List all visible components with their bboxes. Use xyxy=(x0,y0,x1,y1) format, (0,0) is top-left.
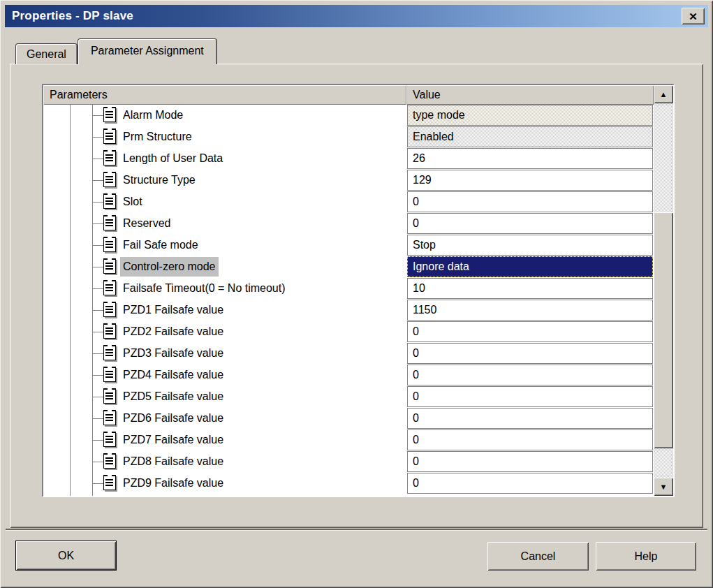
parameter-name[interactable]: PZD7 Failsafe value xyxy=(120,430,226,450)
table-row: PZD4 Failsafe value 0 xyxy=(43,365,654,386)
parameter-icon xyxy=(103,367,116,382)
parameter-icon xyxy=(103,107,116,122)
parameter-value[interactable]: 1150 xyxy=(407,300,653,321)
parameter-cell: PZD7 Failsafe value xyxy=(43,429,406,451)
table-row: PZD2 Failsafe value 0 xyxy=(43,321,654,343)
parameter-value[interactable]: 0 xyxy=(407,365,653,385)
parameter-name[interactable]: Control-zero mode xyxy=(120,257,219,277)
tree-tick xyxy=(92,180,103,181)
tree-tick xyxy=(92,375,103,376)
table-row: Reserved 0 xyxy=(43,213,654,235)
tabstrip: General Parameter Assignment xyxy=(15,38,217,64)
titlebar: Properties - DP slave ✕ xyxy=(5,5,708,27)
parameter-cell: PZD8 Failsafe value xyxy=(43,451,406,473)
parameter-name[interactable]: Failsafe Timeout(0 = No timeout) xyxy=(120,279,288,298)
parameter-value[interactable]: 10 xyxy=(407,278,653,299)
table-row: PZD9 Failsafe value 0 xyxy=(43,473,654,494)
parameter-cell: Control-zero mode xyxy=(43,256,406,278)
parameter-name[interactable]: Length of User Data xyxy=(120,149,226,168)
parameter-name[interactable]: Alarm Mode xyxy=(120,105,186,125)
parameter-name[interactable]: Structure Type xyxy=(120,170,198,190)
scrollbar-thumb[interactable] xyxy=(654,212,673,448)
parameter-name[interactable]: PZD6 Failsafe value xyxy=(120,409,226,428)
parameter-icon xyxy=(103,258,116,274)
parameter-value[interactable]: 0 xyxy=(407,213,653,234)
parameter-icon xyxy=(103,475,116,490)
table-row: Alarm Mode type mode xyxy=(43,105,654,126)
properties-dialog: Properties - DP slave ✕ General Paramete… xyxy=(0,0,713,588)
parameter-cell: Failsafe Timeout(0 = No timeout) xyxy=(43,278,406,300)
parameter-cell: Structure Type xyxy=(43,170,406,191)
parameter-value[interactable]: type mode xyxy=(407,105,653,126)
tree-tick xyxy=(92,137,103,138)
tree-tick xyxy=(92,115,103,116)
parameter-name[interactable]: Slot xyxy=(120,192,145,212)
parameter-name[interactable]: PZD9 Failsafe value xyxy=(120,473,226,493)
parameter-value[interactable]: 0 xyxy=(407,429,653,450)
parameter-name[interactable]: Fail Safe mode xyxy=(120,235,201,255)
parameter-name[interactable]: PZD3 Failsafe value xyxy=(120,344,226,363)
tree-tick xyxy=(92,483,103,484)
tab-general[interactable]: General xyxy=(15,43,78,64)
parameter-value[interactable]: 0 xyxy=(407,386,653,407)
tree-tick xyxy=(92,202,103,203)
parameter-name[interactable]: PZD5 Failsafe value xyxy=(120,387,226,406)
parameters-table: Parameters Value Alarm Mode type mode Pr… xyxy=(42,84,675,497)
parameter-cell: PZD5 Failsafe value xyxy=(43,386,406,408)
parameter-value[interactable]: 0 xyxy=(407,451,653,472)
parameter-cell: Reserved xyxy=(43,213,406,235)
button-separator xyxy=(6,529,707,531)
column-header-parameters[interactable]: Parameters xyxy=(43,85,406,105)
parameter-value[interactable]: Stop xyxy=(407,235,653,256)
window-title: Properties - DP slave xyxy=(5,9,133,23)
table-row: Prm Structure Enabled xyxy=(43,126,654,148)
tab-parameter-assignment[interactable]: Parameter Assignment xyxy=(78,38,217,64)
tree-tick xyxy=(92,267,103,267)
parameter-name[interactable]: Reserved xyxy=(120,214,173,233)
scrollbar-track[interactable] xyxy=(654,103,673,478)
table-row: Failsafe Timeout(0 = No timeout) 10 xyxy=(43,278,654,300)
parameter-icon xyxy=(103,128,116,144)
parameter-cell: Alarm Mode xyxy=(43,105,406,126)
column-header-value[interactable]: Value xyxy=(406,85,654,105)
table-rows: Alarm Mode type mode Prm Structure Enabl… xyxy=(43,105,654,496)
parameter-value[interactable]: Ignore data xyxy=(407,256,653,277)
parameter-value[interactable]: 0 xyxy=(407,408,653,429)
parameter-cell: PZD6 Failsafe value xyxy=(43,408,406,429)
parameter-name[interactable]: PZD1 Failsafe value xyxy=(120,300,226,320)
table-row: PZD7 Failsafe value 0 xyxy=(43,429,654,451)
parameter-value[interactable]: 0 xyxy=(407,191,653,212)
parameter-name[interactable]: PZD2 Failsafe value xyxy=(120,322,226,341)
table-row: Length of User Data 26 xyxy=(43,148,654,170)
parameter-cell: Prm Structure xyxy=(43,126,406,148)
parameter-value[interactable]: 26 xyxy=(407,148,653,169)
tree-tick xyxy=(92,462,103,462)
parameter-cell: PZD1 Failsafe value xyxy=(43,300,406,321)
parameter-cell: PZD9 Failsafe value xyxy=(43,473,406,494)
help-button[interactable]: Help xyxy=(596,542,696,571)
parameter-value[interactable]: Enabled xyxy=(407,126,653,147)
parameter-value[interactable]: 129 xyxy=(407,170,653,191)
tree-tick xyxy=(92,397,103,397)
parameter-name[interactable]: Prm Structure xyxy=(120,127,195,147)
tree-tick xyxy=(92,332,103,332)
table-row: PZD1 Failsafe value 1150 xyxy=(43,300,654,321)
parameter-icon xyxy=(103,280,116,295)
vertical-scrollbar[interactable]: ▲ ▼ xyxy=(654,85,673,496)
table-row: PZD6 Failsafe value 0 xyxy=(43,408,654,429)
scroll-down-button[interactable]: ▼ xyxy=(654,478,673,496)
close-button[interactable]: ✕ xyxy=(682,8,705,24)
parameter-value[interactable]: 0 xyxy=(407,321,653,342)
cancel-button[interactable]: Cancel xyxy=(487,542,589,571)
table-row: PZD5 Failsafe value 0 xyxy=(43,386,654,408)
parameter-icon xyxy=(103,323,116,339)
scroll-up-button[interactable]: ▲ xyxy=(654,85,673,103)
parameter-icon xyxy=(103,453,116,469)
parameter-name[interactable]: PZD4 Failsafe value xyxy=(120,365,226,385)
parameter-name[interactable]: PZD8 Failsafe value xyxy=(120,452,226,471)
parameter-icon xyxy=(103,237,116,252)
parameter-value[interactable]: 0 xyxy=(407,473,653,494)
parameter-value[interactable]: 0 xyxy=(407,343,653,364)
ok-button[interactable]: OK xyxy=(15,541,117,571)
parameter-icon xyxy=(103,172,116,187)
